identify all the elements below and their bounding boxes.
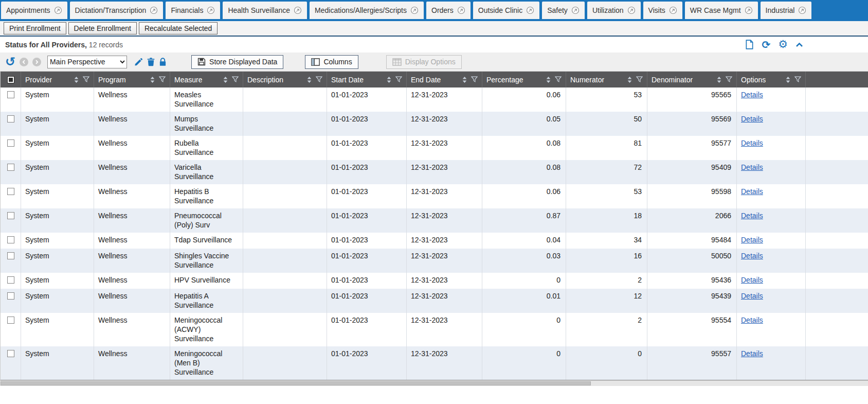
open-in-new-window-icon[interactable] [627,6,636,14]
open-in-new-window-icon[interactable] [457,6,465,14]
tab-dictation-transcription[interactable]: Dictation/Transcription [70,2,164,19]
collapse-panel-icon[interactable] [795,42,803,47]
sort-icon[interactable] [74,76,79,83]
filter-icon[interactable] [794,76,801,83]
details-link[interactable]: Details [741,252,763,260]
tab-utilization[interactable]: Utilization [587,2,641,19]
tab-visits[interactable]: Visits [643,2,682,19]
sort-icon[interactable] [716,76,722,83]
column-header-denominator[interactable]: Denominator [647,72,737,87]
details-link[interactable]: Details [741,349,763,358]
filter-icon[interactable] [726,76,732,83]
details-link[interactable]: Details [741,139,763,147]
filter-icon[interactable] [232,76,239,83]
details-link[interactable]: Details [741,276,763,284]
column-header-end_date[interactable]: End Date [407,72,482,87]
recalculate-selected-button[interactable]: Recalculate Selected [139,22,218,34]
filter-icon[interactable] [555,76,562,83]
sort-icon[interactable] [462,76,467,83]
tab-wr-case-mgmt[interactable]: WR Case Mgmt [685,2,758,19]
scrollbar-thumb[interactable] [1,381,591,385]
sort-icon[interactable] [306,76,312,83]
column-header-start_date[interactable]: Start Date [327,72,407,87]
open-in-new-window-icon[interactable] [207,6,215,14]
cell-percentage: 0.87 [482,208,566,233]
filter-icon[interactable] [159,76,166,83]
filter-icon[interactable] [316,76,322,83]
filter-icon[interactable] [636,76,643,83]
sort-icon[interactable] [785,76,791,83]
filter-icon[interactable] [83,76,89,83]
row-checkbox[interactable] [7,164,14,171]
row-checkbox[interactable] [7,350,14,357]
open-in-new-window-icon[interactable] [526,6,534,14]
column-header-options[interactable]: Options [737,72,806,87]
column-header-measure[interactable]: Measure [170,72,243,87]
tab-health-surveillance[interactable]: Health Surveillance [223,2,307,19]
undo-icon[interactable]: ↺ [5,56,15,68]
history-back-button[interactable] [20,58,28,66]
details-link[interactable]: Details [741,163,763,171]
sort-icon[interactable] [546,76,551,83]
tab-label: Visits [648,6,665,14]
tab-safety[interactable]: Safety [542,2,585,19]
refresh-icon[interactable]: ⟳ [762,40,770,50]
print-enrollment-button[interactable]: Print Enrollment [4,22,66,34]
horizontal-scrollbar[interactable] [0,380,868,386]
sort-icon[interactable] [386,76,392,83]
filter-icon[interactable] [471,76,478,83]
perspective-select[interactable]: Main Perspective [47,56,127,68]
row-checkbox[interactable] [7,276,14,284]
row-checkbox[interactable] [7,292,14,300]
tab-outside-clinic[interactable]: Outside Clinic [473,2,539,19]
tab-financials[interactable]: Financials [166,2,220,19]
delete-enrollment-button[interactable]: Delete Enrollment [68,22,137,34]
column-header-numerator[interactable]: Numerator [566,72,647,87]
history-forward-button[interactable] [32,58,41,66]
row-checkbox[interactable] [7,115,14,122]
column-header-program[interactable]: Program [94,72,170,87]
store-displayed-data-button[interactable]: Store Displayed Data [191,55,283,69]
details-link[interactable]: Details [741,91,763,99]
select-all-checkbox[interactable] [7,76,14,83]
open-in-new-window-icon[interactable] [669,6,677,14]
details-link[interactable]: Details [741,292,763,300]
row-checkbox[interactable] [7,212,14,219]
open-in-new-window-icon[interactable] [150,6,158,14]
filter-icon[interactable] [395,76,402,83]
row-checkbox[interactable] [7,236,14,243]
edit-pencil-icon[interactable] [134,58,143,66]
details-link[interactable]: Details [741,236,763,244]
sort-icon[interactable] [627,76,632,83]
cell-measure: Meningococcal (ACWY) Surveillance [170,313,243,346]
open-in-new-window-icon[interactable] [54,6,62,14]
open-in-new-window-icon[interactable] [294,6,302,14]
column-header-provider[interactable]: Provider [21,72,94,87]
open-in-new-window-icon[interactable] [745,6,753,14]
columns-button[interactable]: Columns [305,55,358,69]
open-in-new-window-icon[interactable] [410,6,419,14]
tab-appointments[interactable]: Appointments [1,2,67,19]
tab-orders[interactable]: Orders [426,2,471,19]
row-checkbox[interactable] [7,188,14,195]
details-link[interactable]: Details [741,115,763,123]
settings-gear-icon[interactable]: ⚙ [778,39,788,50]
open-in-new-window-icon[interactable] [571,6,580,14]
row-checkbox[interactable] [7,139,14,147]
row-checkbox[interactable] [7,317,14,324]
row-checkbox[interactable] [7,252,14,259]
tab-industrial[interactable]: Industrial [761,2,812,19]
column-header-percentage[interactable]: Percentage [482,72,566,87]
details-link[interactable]: Details [741,316,763,324]
sort-icon[interactable] [223,76,228,83]
delete-trash-icon[interactable] [147,58,155,66]
details-link[interactable]: Details [741,187,763,196]
column-header-description[interactable]: Description [243,72,327,87]
sort-icon[interactable] [150,76,155,83]
row-checkbox[interactable] [7,91,14,98]
lock-icon[interactable] [159,58,167,66]
new-document-icon[interactable] [745,40,754,49]
tab-medications-allergies-scripts[interactable]: Medications/Allergies/Scripts [310,2,424,19]
details-link[interactable]: Details [741,212,763,220]
open-in-new-window-icon[interactable] [798,6,806,14]
